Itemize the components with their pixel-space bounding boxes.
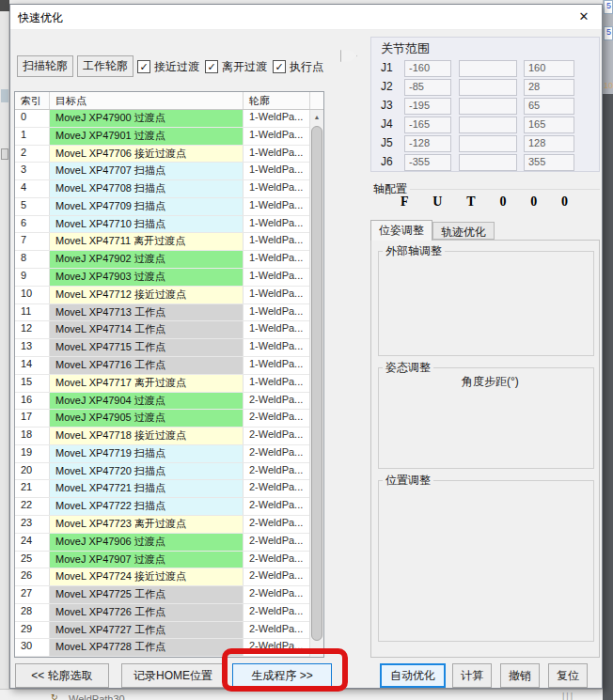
- posture-groupbox: 姿态调整 角度步距(°): [378, 367, 594, 469]
- cell-target: MoveL XP47706 接近过渡点: [50, 146, 244, 163]
- table-row[interactable]: 30MoveL XP47728 工作点2-WeldPa...: [15, 639, 310, 657]
- table-row[interactable]: 23MoveL XP47723 离开过渡点2-WeldPa...: [15, 516, 310, 534]
- contour-select-button[interactable]: << 轮廓选取: [15, 663, 109, 688]
- joint-mid-field[interactable]: [459, 60, 517, 77]
- table-row[interactable]: 18MoveL XP47718 接近过渡点2-WeldPa...: [15, 428, 310, 445]
- record-home-button[interactable]: 记录HOME位置: [121, 663, 225, 688]
- table-row[interactable]: 26MoveL XP47724 接近过渡点2-WeldPa...: [15, 568, 310, 586]
- background-fragment: [0, 0, 9, 11]
- table-row[interactable]: 3MoveL XP47707 扫描点1-WeldPa...: [15, 163, 310, 180]
- checkbox-icon: ✓: [137, 60, 150, 73]
- column-header-target[interactable]: 目标点: [50, 92, 244, 109]
- joint-max-field[interactable]: 28: [524, 79, 574, 96]
- scroll-up-icon[interactable]: ▲: [310, 110, 323, 124]
- table-scrollbar[interactable]: ▲ ▼: [309, 110, 323, 657]
- cell-index: 15: [15, 375, 50, 392]
- table-row[interactable]: 20MoveL XP47720 扫描点2-WeldPa...: [15, 463, 310, 481]
- auto-optimize-button[interactable]: 自动优化: [380, 663, 446, 688]
- filter-checkbox[interactable]: ✓接近过渡: [137, 57, 199, 76]
- column-header-contour[interactable]: 轮廓: [244, 92, 310, 109]
- joint-label: J1: [381, 61, 393, 74]
- table-row[interactable]: 13MoveL XP47715 工作点1-WeldPa...: [15, 339, 310, 357]
- table-row[interactable]: 5MoveL XP47709 扫描点1-WeldPa...: [15, 198, 310, 216]
- cell-contour: 1-WeldPa...: [244, 146, 310, 163]
- table-row[interactable]: 29MoveL XP47727 工作点2-WeldPa...: [15, 622, 310, 640]
- joint-max-field[interactable]: 165: [524, 117, 574, 133]
- axis-config-section: 轴配置 FUT000: [370, 189, 600, 219]
- table-row[interactable]: 22MoveL XP47722 扫描点2-WeldPa...: [15, 498, 310, 516]
- cell-contour: 1-WeldPa...: [244, 163, 310, 179]
- table-row[interactable]: 15MoveL XP47717 离开过渡点1-WeldPa...: [15, 375, 310, 393]
- cell-index: 13: [15, 339, 50, 356]
- table-row[interactable]: 17MoveJ XP47905 过渡点2-WeldPa...: [15, 410, 310, 428]
- undo-button[interactable]: 撤销: [500, 663, 540, 688]
- joint-min-field[interactable]: -160: [404, 60, 451, 77]
- table-row[interactable]: 10MoveL XP47712 接近过渡点1-WeldPa...: [15, 287, 310, 304]
- table-row[interactable]: 6MoveL XP47710 扫描点1-WeldPa...: [15, 216, 310, 234]
- table-row[interactable]: 11MoveL XP47713 工作点1-WeldPa...: [15, 304, 310, 322]
- table-row[interactable]: 9MoveJ XP47903 过渡点1-WeldPa...: [15, 269, 310, 287]
- close-icon[interactable]: ✕: [568, 5, 600, 29]
- reset-button[interactable]: 复位: [548, 663, 588, 688]
- joint-min-field[interactable]: -128: [404, 135, 451, 152]
- cell-target: MoveL XP47711 离开过渡点: [50, 233, 244, 250]
- joint-max-field[interactable]: 128: [524, 135, 574, 152]
- table-row[interactable]: 8MoveJ XP47902 过渡点1-WeldPa...: [15, 251, 310, 269]
- background-value: 5: [604, 26, 613, 40]
- joint-mid-field[interactable]: [459, 117, 517, 133]
- cell-target: MoveJ XP47905 过渡点: [50, 410, 244, 427]
- table-row[interactable]: 21MoveL XP47721 扫描点2-WeldPa...: [15, 480, 310, 498]
- generate-program-button[interactable]: 生成程序 >>: [232, 663, 332, 688]
- table-row[interactable]: 19MoveL XP47719 扫描点2-WeldPa...: [15, 445, 310, 463]
- cell-target: MoveL XP47714 工作点: [50, 321, 244, 338]
- cell-index: 19: [15, 445, 50, 462]
- filter-checkbox[interactable]: ✓执行点: [273, 57, 323, 76]
- checkbox-icon: ✓: [205, 60, 218, 73]
- axis-config-value: 0: [499, 194, 506, 210]
- dialog-titlebar[interactable]: 快速优化 ✕: [10, 5, 602, 30]
- table-row[interactable]: 4MoveL XP47708 扫描点1-WeldPa...: [15, 180, 310, 198]
- cell-index: 3: [15, 163, 50, 179]
- table-row[interactable]: 16MoveJ XP47904 过渡点2-WeldPa...: [15, 393, 310, 411]
- filter-button-work-contour[interactable]: 工作轮廓: [77, 55, 134, 77]
- cell-index: 11: [15, 304, 50, 321]
- joint-min-field[interactable]: -195: [404, 98, 451, 115]
- table-row[interactable]: 7MoveL XP47711 离开过渡点1-WeldPa...: [15, 233, 310, 251]
- cell-contour: 1-WeldPa...: [244, 269, 310, 286]
- table-row[interactable]: 28MoveL XP47726 工作点2-WeldPa...: [15, 604, 310, 622]
- cell-target: MoveJ XP47901 过渡点: [50, 128, 244, 145]
- scrollbar-thumb[interactable]: [311, 126, 322, 641]
- tab-pose-adjust[interactable]: 位姿调整: [370, 220, 432, 241]
- table-row[interactable]: 12MoveL XP47714 工作点1-WeldPa...: [15, 321, 310, 339]
- joint-min-field[interactable]: -355: [404, 154, 451, 171]
- table-row[interactable]: 24MoveJ XP47906 过渡点2-WeldPa...: [15, 534, 310, 552]
- table-row[interactable]: 2MoveL XP47706 接近过渡点1-WeldPa...: [15, 146, 310, 163]
- joint-mid-field[interactable]: [459, 98, 517, 115]
- table-row[interactable]: 27MoveL XP47725 工作点2-WeldPa...: [15, 586, 310, 604]
- table-row[interactable]: 1MoveJ XP47901 过渡点1-WeldPa...: [15, 128, 310, 146]
- joint-min-field[interactable]: -85: [404, 79, 451, 96]
- calculate-button[interactable]: 计算: [452, 663, 492, 688]
- filter-button-scan-contour[interactable]: 扫描轮廓: [17, 55, 73, 77]
- cell-target: MoveL XP47718 接近过渡点: [50, 428, 244, 444]
- column-header-index[interactable]: 索引: [15, 92, 50, 109]
- collapse-panel-arrow-icon[interactable]: [340, 49, 357, 63]
- scroll-down-icon[interactable]: ▼: [310, 643, 323, 657]
- cell-contour: 1-WeldPa...: [244, 357, 310, 374]
- joint-min-field[interactable]: -165: [404, 117, 451, 133]
- joint-mid-field[interactable]: [459, 79, 517, 96]
- column-header-spacer: [310, 92, 323, 109]
- joint-max-field[interactable]: 65: [524, 98, 574, 115]
- table-row[interactable]: 14MoveL XP47716 工作点1-WeldPa...: [15, 357, 310, 375]
- joint-max-field[interactable]: 355: [524, 154, 574, 171]
- joint-max-field[interactable]: 160: [524, 60, 574, 77]
- table-row[interactable]: 25MoveJ XP47907 过渡点2-WeldPa...: [15, 552, 310, 569]
- filter-checkbox[interactable]: ✓离开过渡: [205, 57, 267, 76]
- tab-trajectory-optimize[interactable]: 轨迹优化: [432, 222, 495, 240]
- cell-target: MoveL XP47725 工作点: [50, 586, 244, 603]
- joint-mid-field[interactable]: [459, 135, 517, 152]
- cell-index: 20: [15, 463, 50, 480]
- table-row[interactable]: 0MoveJ XP47900 过渡点1-WeldPa...: [15, 110, 310, 128]
- joint-mid-field[interactable]: [459, 154, 517, 171]
- cell-contour: 1-WeldPa...: [244, 110, 310, 127]
